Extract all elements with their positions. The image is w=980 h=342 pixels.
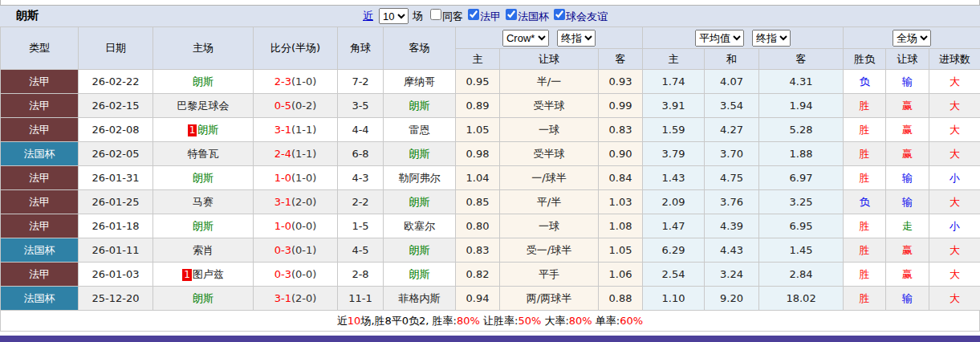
date-cell: 26-02-05 <box>79 142 153 166</box>
score-cell: 2-4(1-1) <box>254 142 338 166</box>
avg-draw-cell: 4.75 <box>705 166 759 190</box>
away-team-cell: 欧塞尔 <box>384 214 456 238</box>
summary-segment: 80% <box>457 315 480 327</box>
fulltime-score: 2-4 <box>274 148 291 160</box>
col-header-avg-home: 主 <box>643 49 705 70</box>
away-team-name: 雷恩 <box>409 124 430 136</box>
live-badge: 1 <box>188 124 197 136</box>
average-select[interactable]: 平均值 <box>695 30 744 47</box>
col-header-goals: 进球数 <box>929 49 980 70</box>
date-cell: 26-01-03 <box>79 263 153 287</box>
result-goals-cell: 小 <box>929 214 980 238</box>
avg-draw-cell: 3.24 <box>705 263 759 287</box>
odds-home-cell: 0.80 <box>456 214 500 238</box>
score-cell: 1-0(1-0) <box>254 166 338 190</box>
date-cell: 26-01-31 <box>79 166 153 190</box>
away-team-name: 朗斯 <box>409 148 430 160</box>
league-cell: 法甲 <box>1 263 79 287</box>
title-bar: 朗斯 近 10 场 同客法甲法国杯球会友谊 <box>0 6 980 26</box>
filter-checkbox[interactable] <box>468 9 479 20</box>
col-header-score: 比分(半场) <box>254 27 338 70</box>
match-row: 法国杯25-12-20朗斯3-1(2-0)11-1菲格内斯0.94两/两球半0.… <box>1 287 980 311</box>
match-table-body: 法甲26-02-22朗斯2-3(1-0)7-2摩纳哥0.95半/一0.931.7… <box>1 70 980 311</box>
avg-home-cell: 1.10 <box>643 287 705 311</box>
filter-checkbox[interactable] <box>554 9 565 20</box>
odds-home-cell: 0.95 <box>456 70 500 94</box>
handicap-cell: 半/一 <box>500 70 599 94</box>
away-team-cell: 朗斯 <box>384 263 456 287</box>
avg-away-cell: 1.45 <box>759 238 844 263</box>
col-header-type: 类型 <box>1 27 79 70</box>
avg-away-cell: 1.94 <box>759 94 844 118</box>
corners-cell: 2-8 <box>338 263 384 287</box>
odds-away-cell: 0.93 <box>599 70 643 94</box>
avg-away-cell: 2.84 <box>759 263 844 287</box>
fulltime-score: 0-3 <box>274 268 291 280</box>
summary-segment: 近 <box>337 315 348 327</box>
filter-checkbox[interactable] <box>506 9 517 20</box>
handicap-cell: 一球 <box>500 214 599 238</box>
col-header-away: 客场 <box>384 27 456 70</box>
filter-checkbox[interactable] <box>430 9 441 20</box>
filter-label[interactable]: 球会友谊 <box>566 10 608 22</box>
odds-home-cell: 0.83 <box>456 238 500 263</box>
filter-label[interactable]: 法国杯 <box>518 10 549 22</box>
result-winloss-cell: 胜 <box>844 142 886 166</box>
corners-cell: 4-5 <box>338 238 384 263</box>
match-row: 法甲26-02-22朗斯2-3(1-0)7-2摩纳哥0.95半/一0.931.7… <box>1 70 980 94</box>
filter-label[interactable]: 同客 <box>442 10 463 22</box>
result-goals-cell: 大 <box>929 118 980 142</box>
halftime-score: (0-0) <box>291 268 316 280</box>
away-team-cell: 朗斯 <box>384 190 456 214</box>
col-header-winloss: 胜负 <box>844 49 886 70</box>
corners-cell: 3-5 <box>338 94 384 118</box>
result-goals-cell: 大 <box>929 263 980 287</box>
away-team-cell: 朗斯 <box>384 142 456 166</box>
bookmaker-select[interactable]: Crow* <box>502 30 549 47</box>
halftime-score: (1-0) <box>291 75 316 88</box>
matches-label: 场 <box>413 9 423 23</box>
scope-select[interactable]: 全场 <box>893 30 931 47</box>
recent-count-select[interactable]: 10 <box>379 8 409 24</box>
away-team-cell: 菲格内斯 <box>384 287 456 311</box>
home-team-name: 朗斯 <box>193 292 213 304</box>
result-handicap-cell: 赢 <box>886 238 929 263</box>
away-team-name: 欧塞尔 <box>404 220 435 232</box>
result-winloss-cell: 负 <box>844 190 886 214</box>
corners-cell: 11-1 <box>338 287 384 311</box>
home-team-name: 朗斯 <box>193 172 213 184</box>
recent-link[interactable]: 近 <box>363 9 373 23</box>
summary-segment: 60% <box>620 315 643 327</box>
col-header-handicap-result: 让球 <box>886 49 929 70</box>
avg-draw-cell: 3.54 <box>705 94 759 118</box>
summary-segment: 场,胜8平0负2, 胜率: <box>360 315 457 327</box>
europe-odds-group-header: 平均值 终指 <box>643 27 844 49</box>
odds-away-cell: 0.90 <box>599 142 643 166</box>
result-winloss-cell: 胜 <box>844 214 886 238</box>
odds-home-cell: 0.94 <box>456 287 500 311</box>
corners-cell: 2-2 <box>338 190 384 214</box>
odds-away-cell: 1.08 <box>599 214 643 238</box>
score-cell: 0-3(0-0) <box>254 263 338 287</box>
home-team-name: 朗斯 <box>197 124 218 136</box>
result-goals-cell: 小 <box>929 166 980 190</box>
home-team-cell: 索肖 <box>153 238 254 263</box>
result-handicap-cell: 赢 <box>886 118 929 142</box>
col-header-corners: 角球 <box>338 27 384 70</box>
handicap-cell: 一/球半 <box>500 166 599 190</box>
away-team-name: 朗斯 <box>409 268 430 280</box>
filter-label[interactable]: 法甲 <box>480 10 501 22</box>
odds-stage-select-2[interactable]: 终指 <box>752 30 791 47</box>
fulltime-score: 3-1 <box>274 124 291 136</box>
odds-stage-select-1[interactable]: 终指 <box>557 30 596 47</box>
handicap-cell: 平手 <box>500 263 599 287</box>
fulltime-score: 0-3 <box>274 244 291 256</box>
home-team-cell: 1图卢兹 <box>153 263 254 287</box>
league-cell: 法国杯 <box>1 238 79 263</box>
result-goals-cell: 大 <box>929 94 980 118</box>
fulltime-score: 1-0 <box>274 172 291 184</box>
avg-home-cell: 6.29 <box>643 238 705 263</box>
home-team-cell: 马赛 <box>153 190 254 214</box>
avg-draw-cell: 3.70 <box>705 142 759 166</box>
result-goals-cell: 大 <box>929 287 980 311</box>
